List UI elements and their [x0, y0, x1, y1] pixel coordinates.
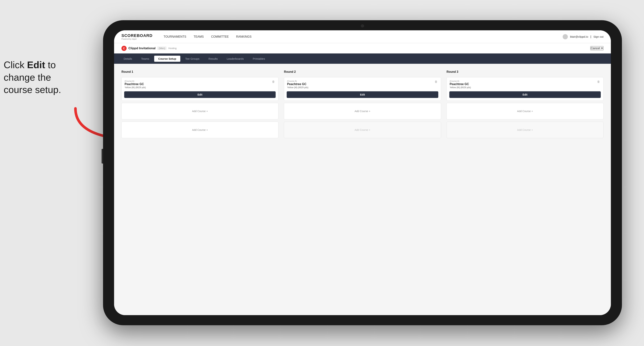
- round-3-course-label: (Course A): [450, 80, 600, 82]
- round-1-title: Round 1: [122, 70, 278, 73]
- logo-area: SCOREBOARD Powered by clippd: [122, 33, 152, 40]
- round-1-edit-button[interactable]: Edit: [124, 91, 276, 98]
- round-3-title: Round 3: [446, 70, 604, 73]
- round-2-course-label: (Course A): [287, 80, 438, 82]
- round-2-course-name: Peachtree GC: [287, 82, 438, 86]
- round-3-course-name: Peachtree GC: [450, 82, 600, 86]
- cancel-icon: ✕: [601, 46, 603, 50]
- round-1-course-name: Peachtree GC: [124, 82, 275, 86]
- rounds-grid: Round 1 🗑 (Course A) Peachtree GC Yellow…: [122, 70, 604, 138]
- tab-printables[interactable]: Printables: [249, 56, 269, 62]
- tablet-device: SCOREBOARD Powered by clippd TOURNAMENTS…: [103, 20, 622, 325]
- tab-bar: Details Teams Course Setup Tee Groups Re…: [114, 53, 611, 64]
- round-3-course-details: Yellow (M) (6629 yds): [450, 86, 600, 89]
- round-1-course-details: Yellow (M) (6629 yds): [124, 86, 275, 89]
- round-3-edit-button[interactable]: Edit: [449, 91, 601, 98]
- nav-link-committee[interactable]: COMMITTEE: [211, 35, 229, 38]
- tab-leaderboards[interactable]: Leaderboards: [223, 56, 248, 62]
- nav-link-teams[interactable]: TEAMS: [194, 35, 204, 38]
- top-nav: SCOREBOARD Powered by clippd TOURNAMENTS…: [114, 30, 611, 43]
- round-2-add-course-1[interactable]: Add Course +: [284, 103, 441, 119]
- round-2-course-details: Yellow (M) (6629 yds): [287, 86, 438, 89]
- round-3-add-course-2: Add Course +: [446, 122, 604, 138]
- round-1-delete-button[interactable]: 🗑: [271, 80, 276, 84]
- round-2-edit-button[interactable]: Edit: [287, 91, 438, 98]
- tournament-gender-badge: (Men): [157, 46, 166, 50]
- round-3-course-header: 🗑 (Course A) Peachtree GC Yellow (M) (66…: [447, 77, 603, 89]
- hosting-badge: Hosting: [168, 47, 176, 50]
- tab-results[interactable]: Results: [204, 56, 222, 62]
- round-1-course-card: 🗑 (Course A) Peachtree GC Yellow (M) (66…: [122, 77, 278, 101]
- round-2-column: Round 2 🗑 (Course A) Peachtree GC Yellow…: [284, 70, 441, 138]
- bold-edit: Edit: [27, 59, 45, 70]
- round-1-add-course-2[interactable]: Add Course +: [122, 122, 278, 138]
- logo-sub: Powered by clippd: [122, 38, 152, 40]
- round-3-add-course-2-label: Add Course +: [517, 129, 533, 131]
- nav-avatar: [563, 34, 568, 39]
- nav-right: blair@clippd.io | Sign out: [563, 34, 604, 39]
- tablet-screen: SCOREBOARD Powered by clippd TOURNAMENTS…: [114, 30, 611, 315]
- tournament-name: Clippd Invitational: [128, 46, 156, 50]
- round-2-course-header: 🗑 (Course A) Peachtree GC Yellow (M) (66…: [284, 77, 441, 89]
- round-2-card-actions: Edit: [284, 91, 441, 101]
- nav-links: TOURNAMENTS TEAMS COMMITTEE RANKINGS: [164, 35, 563, 38]
- round-3-course-card: 🗑 (Course A) Peachtree GC Yellow (M) (66…: [446, 77, 604, 101]
- round-2-course-card: 🗑 (Course A) Peachtree GC Yellow (M) (66…: [284, 77, 441, 101]
- instruction-text: Click Edit tochange thecourse setup.: [4, 59, 83, 96]
- round-3-add-course-1-label: Add Course +: [517, 110, 533, 113]
- round-2-add-course-2: Add Course +: [284, 122, 441, 138]
- tournament-icon: C: [122, 46, 126, 51]
- round-1-course-header: 🗑 (Course A) Peachtree GC Yellow (M) (66…: [122, 77, 278, 89]
- app-wrapper: SCOREBOARD Powered by clippd TOURNAMENTS…: [114, 30, 611, 315]
- round-3-add-course-1[interactable]: Add Course +: [446, 103, 604, 119]
- cancel-label: Cancel: [591, 47, 600, 50]
- tab-details[interactable]: Details: [120, 56, 136, 62]
- nav-link-tournaments[interactable]: TOURNAMENTS: [164, 35, 186, 38]
- logo-main: SCOREBOARD: [122, 33, 152, 38]
- round-2-title: Round 2: [284, 70, 441, 73]
- round-1-card-actions: Edit: [122, 91, 278, 101]
- round-1-column: Round 1 🗑 (Course A) Peachtree GC Yellow…: [122, 70, 278, 138]
- nav-separator: |: [590, 35, 591, 38]
- sign-out-link[interactable]: Sign out: [594, 35, 604, 38]
- round-2-add-course-2-label: Add Course +: [354, 129, 370, 131]
- tablet-camera: [361, 24, 364, 27]
- nav-link-rankings[interactable]: RANKINGS: [236, 35, 252, 38]
- round-2-delete-button[interactable]: 🗑: [434, 80, 438, 84]
- nav-user-email: blair@clippd.io: [570, 35, 588, 38]
- tablet-side-button: [102, 149, 103, 164]
- round-3-column: Round 3 🗑 (Course A) Peachtree GC Yellow…: [446, 70, 604, 138]
- round-2-add-course-1-label: Add Course +: [354, 110, 370, 113]
- round-1-course-label: (Course A): [124, 80, 275, 82]
- main-content: Round 1 🗑 (Course A) Peachtree GC Yellow…: [114, 64, 611, 315]
- tab-tee-groups[interactable]: Tee Groups: [181, 56, 204, 62]
- round-1-add-course-1[interactable]: Add Course +: [122, 103, 278, 119]
- round-3-delete-button[interactable]: 🗑: [596, 80, 601, 84]
- tab-teams[interactable]: Teams: [137, 56, 153, 62]
- tab-course-setup[interactable]: Course Setup: [154, 56, 180, 62]
- cancel-button[interactable]: Cancel ✕: [590, 46, 604, 50]
- tournament-bar: C Clippd Invitational (Men) Hosting Canc…: [114, 43, 611, 53]
- round-1-add-course-1-label: Add Course +: [192, 110, 208, 113]
- tournament-info: C Clippd Invitational (Men) Hosting: [122, 46, 176, 51]
- round-3-card-actions: Edit: [447, 91, 603, 101]
- round-1-add-course-2-label: Add Course +: [192, 129, 208, 131]
